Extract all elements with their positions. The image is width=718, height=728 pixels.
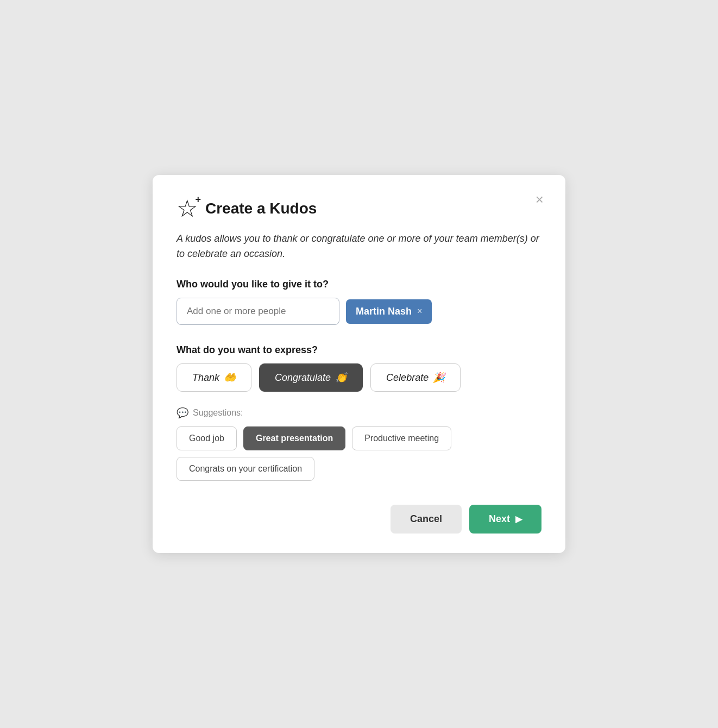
- modal-header: ☆+ Create a Kudos: [177, 197, 541, 221]
- close-button[interactable]: ×: [531, 190, 548, 209]
- suggestion-chip-great-presentation[interactable]: Great presentation: [243, 426, 345, 450]
- suggestions-section: 💬 Suggestions: Good job Great presentati…: [177, 407, 541, 481]
- suggestions-chat-icon: 💬: [177, 407, 188, 419]
- recipient-tag: Martin Nash ×: [346, 299, 432, 324]
- recipient-row: Martin Nash ×: [177, 298, 541, 325]
- next-arrow-icon: ▶: [515, 514, 522, 524]
- express-btn-congratulate-label: Congratulate: [275, 372, 331, 384]
- express-btn-congratulate[interactable]: Congratulate 👏: [259, 363, 363, 392]
- recipient-tag-name: Martin Nash: [356, 306, 412, 317]
- express-thank-emoji: 🤲: [224, 372, 236, 384]
- suggestion-chip-productive-meeting[interactable]: Productive meeting: [352, 426, 451, 450]
- modal-title: Create a Kudos: [205, 200, 317, 217]
- modal-description: A kudos allows you to thank or congratul…: [177, 231, 541, 262]
- kudos-plus-icon: +: [195, 194, 201, 204]
- express-buttons: Thank 🤲 Congratulate 👏 Celebrate 🎉: [177, 363, 541, 392]
- suggestions-label: Suggestions:: [193, 408, 243, 418]
- suggestion-chips: Good job Great presentation Productive m…: [177, 426, 541, 481]
- express-section-label: What do you want to express?: [177, 344, 541, 356]
- express-congratulate-emoji: 👏: [335, 372, 347, 384]
- suggestion-chip-congrats-certification[interactable]: Congrats on your certification: [177, 457, 314, 481]
- express-btn-thank-label: Thank: [192, 372, 219, 384]
- suggestion-chip-good-job[interactable]: Good job: [177, 426, 237, 450]
- modal-footer: Cancel Next ▶: [177, 505, 541, 534]
- express-btn-thank[interactable]: Thank 🤲: [177, 363, 251, 392]
- recipient-input[interactable]: [177, 298, 339, 325]
- express-btn-celebrate-label: Celebrate: [386, 372, 429, 384]
- express-section: What do you want to express? Thank 🤲 Con…: [177, 344, 541, 392]
- next-button[interactable]: Next ▶: [469, 505, 541, 534]
- kudos-modal: ☆+ Create a Kudos × A kudos allows you t…: [153, 175, 565, 554]
- recipient-tag-remove-button[interactable]: ×: [417, 307, 422, 316]
- cancel-button[interactable]: Cancel: [391, 505, 462, 534]
- express-btn-celebrate[interactable]: Celebrate 🎉: [370, 363, 461, 392]
- express-celebrate-emoji: 🎉: [433, 372, 445, 384]
- kudos-star-icon: ☆+: [177, 197, 198, 221]
- next-button-label: Next: [489, 513, 510, 525]
- recipient-section-label: Who would you like to give it to?: [177, 279, 541, 290]
- suggestions-header: 💬 Suggestions:: [177, 407, 541, 419]
